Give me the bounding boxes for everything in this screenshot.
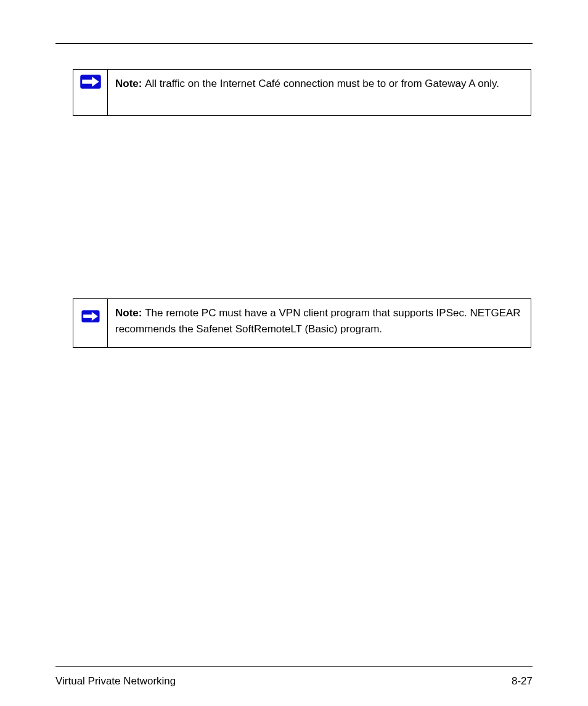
note-label: Note: xyxy=(115,307,145,319)
note-box-1: Note: All traffic on the Internet Café c… xyxy=(73,69,531,116)
arrow-right-icon xyxy=(81,310,100,322)
header-rule xyxy=(55,43,533,44)
page-content: Note: All traffic on the Internet Café c… xyxy=(55,62,533,348)
note-icon-cell-2 xyxy=(73,299,108,347)
note-body: The remote PC must have a VPN client pro… xyxy=(115,307,521,335)
footer-left: Virtual Private Networking xyxy=(55,675,176,688)
note-icon-cell-1 xyxy=(73,70,108,115)
note-text-1: Note: All traffic on the Internet Café c… xyxy=(108,70,531,115)
note-text-2: Note: The remote PC must have a VPN clie… xyxy=(108,299,531,347)
note-label: Note: xyxy=(115,78,145,89)
arrow-right-icon xyxy=(80,75,101,89)
note-body: All traffic on the Internet Café connect… xyxy=(145,78,499,89)
note-box-2: Note: The remote PC must have a VPN clie… xyxy=(73,298,531,348)
footer-rule xyxy=(55,666,533,667)
footer-page-number: 8-27 xyxy=(512,675,533,688)
page-footer: Virtual Private Networking 8-27 xyxy=(55,675,533,688)
